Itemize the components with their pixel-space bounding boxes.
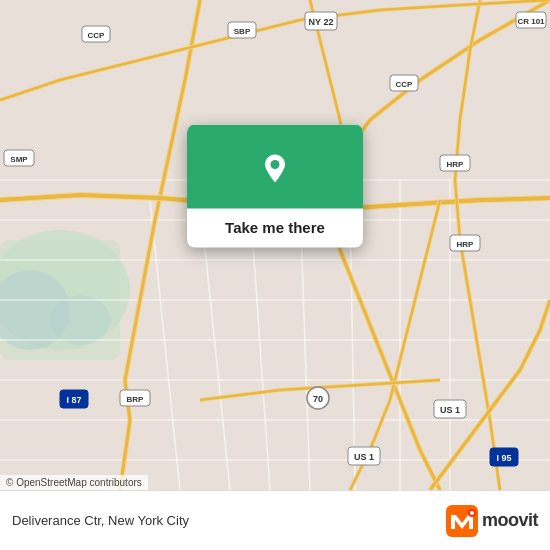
location-pin-icon bbox=[253, 147, 297, 191]
copyright-text: © OpenStreetMap contributors bbox=[6, 477, 142, 488]
ny22-label: NY 22 bbox=[309, 17, 334, 27]
i95-label: I 95 bbox=[496, 453, 511, 463]
moovit-logo: moovit bbox=[446, 505, 538, 537]
map-container: NY 22 SBP CR 101 CCP CCP SMP HRP HRP I 8… bbox=[0, 0, 550, 490]
moovit-text: moovit bbox=[482, 510, 538, 531]
smp-label: SMP bbox=[10, 155, 28, 164]
take-me-there-card[interactable]: Take me there bbox=[187, 125, 363, 248]
svg-point-35 bbox=[271, 160, 280, 169]
us1-bot-label: US 1 bbox=[354, 452, 374, 462]
location-text: Deliverance Ctr, New York City bbox=[12, 513, 189, 528]
ccp-mid-label: CCP bbox=[396, 80, 414, 89]
bottom-bar: Deliverance Ctr, New York City moovit bbox=[0, 490, 550, 550]
ccp-top-label: CCP bbox=[88, 31, 106, 40]
copyright-bar: © OpenStreetMap contributors bbox=[0, 475, 148, 490]
brp-label: BRP bbox=[127, 395, 145, 404]
hrp-mid-label: HRP bbox=[457, 240, 475, 249]
hrp-top-label: HRP bbox=[447, 160, 465, 169]
moovit-logo-icon bbox=[446, 505, 478, 537]
svg-point-38 bbox=[470, 511, 474, 515]
card-label: Take me there bbox=[211, 209, 339, 248]
us1-right-label: US 1 bbox=[440, 405, 460, 415]
cr101-label: CR 101 bbox=[517, 17, 545, 26]
route70-label: 70 bbox=[313, 394, 323, 404]
i87-label: I 87 bbox=[66, 395, 81, 405]
card-green-section bbox=[187, 125, 363, 209]
sbp-label: SBP bbox=[234, 27, 251, 36]
